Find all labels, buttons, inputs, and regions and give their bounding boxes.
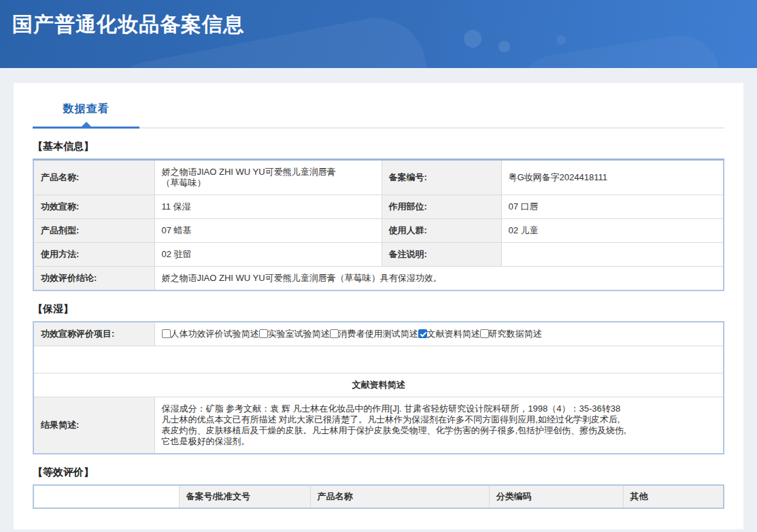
filing-number-label: 备案编号: (382, 160, 501, 195)
equivalence-col-filing-number: 备案号/批准文号 (179, 485, 310, 508)
evaluation-checkbox[interactable] (480, 329, 489, 338)
table-row: 功效宣称评价项目: 人体功效评价试验简述实验室试验简述消费者使用测试简述文献资料… (33, 322, 724, 346)
product-name-value: 娇之物语JIAO ZHI WU YU可爱熊儿童润唇膏 （草莓味） (154, 160, 382, 195)
literature-summary-header: 文献资料简述 (33, 373, 724, 397)
result-summary-value: 保湿成分：矿脂 参考文献：袁 辉 凡士林在化妆品中的作用[J]. 甘肃省轻纺研究… (154, 397, 724, 454)
product-name-label: 产品名称: (33, 160, 154, 195)
moisturizing-heading: 【保湿】 (33, 303, 724, 316)
empty-spacer-cell (33, 346, 724, 373)
basic-info-heading: 【基本信息】 (33, 140, 724, 153)
efficacy-claim-label: 功效宣称: (33, 195, 154, 219)
usage-method-value: 02 驻留 (154, 243, 382, 267)
equivalence-col-product-name: 产品名称 (310, 485, 489, 508)
filing-number-value: 粤G妆网备字2024418111 (501, 160, 724, 195)
tab-data-view-label: 数据查看 (63, 103, 110, 114)
moisturizing-table: 功效宣称评价项目: 人体功效评价试验简述实验室试验简述消费者使用测试简述文献资料… (33, 321, 724, 454)
page-header: 国产普通化妆品备案信息 (0, 0, 757, 68)
efficacy-claim-value: 11 保湿 (154, 195, 382, 219)
banner-decor-circle-large (464, 30, 482, 48)
remarks-value (501, 243, 724, 267)
tab-active-indicator-icon (82, 122, 91, 127)
basic-info-table: 产品名称: 娇之物语JIAO ZHI WU YU可爱熊儿童润唇膏 （草莓味） 备… (33, 159, 724, 291)
table-row: 产品剂型: 07 蜡基 使用人群: 02 儿童 (33, 219, 724, 243)
product-formulation-value: 07 蜡基 (154, 219, 382, 243)
tab-bar: 数据查看 (33, 95, 724, 129)
tab-data-view[interactable]: 数据查看 (33, 95, 139, 129)
evaluation-items-cell: 人体功效评价试验简述实验室试验简述消费者使用测试简述文献资料简述研究数据简述 (154, 322, 724, 346)
evaluation-checkbox-label: 研究数据简述 (489, 329, 542, 339)
remarks-label: 备注说明: (382, 243, 501, 267)
table-row: 功效评价结论: 娇之物语JIAO ZHI WU YU可爱熊儿童润唇膏（草莓味）具… (33, 267, 724, 291)
table-row: 结果简述: 保湿成分：矿脂 参考文献：袁 辉 凡士林在化妆品中的作用[J]. 甘… (33, 397, 724, 454)
application-site-value: 07 口唇 (501, 195, 724, 219)
footer-copyright: 本站由国家药品监督管理局主办 版权所有 Copyright © NMPA All… (0, 529, 757, 532)
result-summary-label: 结果简述: (33, 397, 154, 454)
banner-decor-circle-tiny (556, 35, 566, 45)
target-users-value: 02 儿童 (501, 219, 724, 243)
efficacy-conclusion-value: 娇之物语JIAO ZHI WU YU可爱熊儿童润唇膏（草莓味）具有保湿功效。 (154, 267, 724, 291)
table-row: 备案号/批准文号 产品名称 分类编码 其他 (33, 485, 724, 508)
evaluation-checkbox-label: 实验室试验简述 (268, 329, 330, 339)
table-row: 产品名称: 娇之物语JIAO ZHI WU YU可爱熊儿童润唇膏 （草莓味） 备… (33, 160, 724, 195)
equivalence-table: 备案号/批准文号 产品名称 分类编码 其他 (33, 484, 724, 509)
product-formulation-label: 产品剂型: (33, 219, 154, 243)
equivalence-col-classification-code: 分类编码 (489, 485, 623, 508)
equivalence-col-blank (33, 485, 179, 508)
evaluation-checkbox[interactable] (259, 329, 268, 338)
content-card: 数据查看 【基本信息】 产品名称: 娇之物语JIAO ZHI WU YU可爱熊儿… (14, 83, 743, 529)
evaluation-checkbox-label: 文献资料简述 (427, 329, 480, 339)
equivalence-col-other: 其他 (623, 485, 724, 508)
evaluation-checkbox-label: 人体功效评价试验简述 (171, 329, 259, 339)
table-row: 文献资料简述 (33, 373, 724, 397)
target-users-label: 使用人群: (382, 219, 501, 243)
evaluation-items-label: 功效宣称评价项目: (33, 322, 154, 346)
evaluation-checkbox-label: 消费者使用测试简述 (339, 329, 418, 339)
table-row: 功效宣称: 11 保湿 作用部位: 07 口唇 (33, 195, 724, 219)
equivalence-heading: 【等效评价】 (33, 466, 724, 479)
evaluation-checkbox[interactable] (418, 329, 427, 338)
table-row (33, 346, 724, 373)
usage-method-label: 使用方法: (33, 243, 154, 267)
evaluation-checkbox[interactable] (162, 329, 171, 338)
table-row: 使用方法: 02 驻留 备注说明: (33, 243, 724, 267)
efficacy-conclusion-label: 功效评价结论: (33, 267, 154, 291)
banner-decor-circle-small (499, 41, 510, 52)
evaluation-checkbox[interactable] (330, 329, 339, 338)
application-site-label: 作用部位: (382, 195, 501, 219)
